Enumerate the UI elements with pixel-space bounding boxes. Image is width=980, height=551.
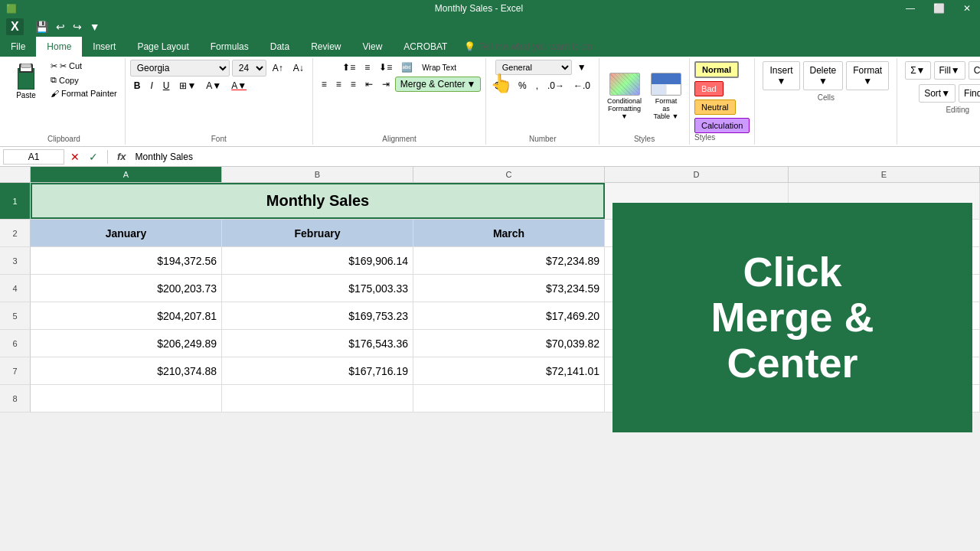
paste-button[interactable]: Paste [8,60,44,103]
save-quick-button[interactable]: 💾 [33,19,51,34]
font-color-button[interactable]: A▼ [227,78,250,93]
cell-c3[interactable]: $72,234.89 [413,247,605,274]
row-header-3[interactable]: 3 [0,247,31,275]
cell-a1[interactable]: Monthly Sales [31,183,605,219]
format-painter-button[interactable]: 🖌 Format Painter [47,87,120,99]
cell-c8[interactable] [413,385,605,412]
text-angle-button[interactable]: 🔤 [397,60,416,75]
col-header-c[interactable]: C [413,167,605,182]
row-header-1[interactable]: 1 [0,183,31,220]
merge-center-button[interactable]: Merge & Center ▼ [395,77,482,92]
tab-acrobat[interactable]: ACROBAT [393,37,458,57]
align-right-button[interactable]: ≡ [347,77,360,92]
font-size-select[interactable]: 24 [232,60,266,77]
autosum-button[interactable]: Σ▼ [905,61,930,80]
number-format-select[interactable]: General [495,60,572,75]
format-as-table-button[interactable]: Format asTable ▼ [648,70,684,123]
cell-b5[interactable]: $169,753.23 [222,302,413,329]
row-header-4[interactable]: 4 [0,275,31,302]
row-header-7[interactable]: 7 [0,357,31,385]
cell-b4[interactable]: $175,003.33 [222,275,413,302]
bold-button[interactable]: B [130,78,145,93]
cell-a3[interactable]: $194,372.56 [31,247,222,274]
formula-confirm-button[interactable]: ✓ [86,151,101,163]
italic-button[interactable]: I [146,78,156,93]
cell-c4[interactable]: $73,234.59 [413,275,605,302]
row-header-2[interactable]: 2 [0,220,31,247]
decrease-decimal-button[interactable]: .0→ [544,78,568,93]
row-header-5[interactable]: 5 [0,302,31,330]
col-header-d[interactable]: D [605,167,789,182]
increase-font-button[interactable]: A↑ [269,60,287,76]
format-button[interactable]: Format ▼ [846,61,889,90]
tab-data[interactable]: Data [260,37,300,57]
percent-button[interactable]: % [514,78,531,93]
fill-button[interactable]: Fill▼ [934,61,965,80]
cell-a5[interactable]: $204,207.81 [31,302,222,329]
accounting-format-button[interactable]: $▼ [491,78,513,93]
tab-review[interactable]: Review [300,37,351,57]
col-header-e[interactable]: E [789,167,980,182]
decrease-indent-button[interactable]: ⇤ [361,77,377,92]
cell-c5[interactable]: $17,469.20 [413,302,605,329]
restore-button[interactable]: ⬜ [924,0,954,17]
align-left-button[interactable]: ≡ [318,77,331,92]
find-select-button[interactable]: Find▼ [959,84,980,103]
cell-b8[interactable] [222,385,413,412]
cut-button[interactable]: ✂ ✂ Cut [47,60,120,73]
formula-fx-icon[interactable]: fx [114,149,129,164]
align-bottom-button[interactable]: ⬇≡ [375,60,396,75]
align-middle-button[interactable]: ≡ [361,60,374,75]
tab-home[interactable]: Home [36,37,82,57]
font-family-select[interactable]: Georgia [130,60,230,77]
align-top-button[interactable]: ⬆≡ [338,60,359,75]
insert-button[interactable]: Insert ▼ [763,61,799,90]
tab-file[interactable]: File [0,37,36,57]
wrap-text-button[interactable]: Wrap Text [418,61,460,74]
tab-view[interactable]: View [352,37,394,57]
delete-button[interactable]: Delete ▼ [803,61,844,90]
increase-indent-button[interactable]: ⇥ [378,77,394,92]
cell-reference-box[interactable]: A1 [3,149,64,165]
formula-input[interactable] [132,150,977,164]
undo-quick-button[interactable]: ↩ [54,19,67,34]
cell-b6[interactable]: $176,543.36 [222,330,413,357]
close-button[interactable]: ✕ [954,0,980,17]
comma-button[interactable]: , [532,78,542,93]
row-header-6[interactable]: 6 [0,330,31,357]
cell-b7[interactable]: $167,716.19 [222,357,413,384]
fill-color-button[interactable]: A▼ [202,78,225,93]
bad-style[interactable]: Bad [694,81,724,96]
clear-button[interactable]: Clear▼ [969,61,980,80]
tab-page-layout[interactable]: Page Layout [126,37,199,57]
border-button[interactable]: ⊞▼ [175,78,200,93]
row-header-8[interactable]: 8 [0,385,31,412]
col-header-b[interactable]: B [222,167,413,182]
cell-b2[interactable]: February [222,220,413,246]
cell-a2[interactable]: January [31,220,222,246]
cell-a4[interactable]: $200,203.73 [31,275,222,302]
cell-c6[interactable]: $70,039.82 [413,330,605,357]
cell-c2[interactable]: March [413,220,605,246]
redo-quick-button[interactable]: ↪ [70,19,84,34]
col-header-a[interactable]: A [31,167,222,182]
normal-style[interactable]: Normal [694,61,739,78]
cell-c7[interactable]: $72,141.01 [413,357,605,384]
cell-a6[interactable]: $206,249.89 [31,330,222,357]
align-center-button[interactable]: ≡ [332,77,345,92]
merge-center-dropdown-icon[interactable]: ▼ [467,79,476,90]
tab-insert[interactable]: Insert [82,37,126,57]
cell-b3[interactable]: $169,906.14 [222,247,413,274]
increase-decimal-button[interactable]: ←.0 [570,78,594,93]
formula-cancel-button[interactable]: ✕ [67,151,83,163]
decrease-font-button[interactable]: A↓ [289,60,308,76]
copy-button[interactable]: ⧉ Copy [47,73,120,86]
underline-button[interactable]: U [159,78,174,93]
neutral-style[interactable]: Neutral [694,99,735,115]
quick-access-dropdown[interactable]: ▼ [87,19,103,34]
tell-me-bar[interactable]: 💡 Tell me what you want to do [458,37,598,57]
cell-a8[interactable] [31,385,222,412]
minimize-button[interactable]: — [897,0,924,17]
calculation-style[interactable]: Calculation [694,118,750,133]
sort-filter-button[interactable]: Sort▼ [919,84,956,103]
